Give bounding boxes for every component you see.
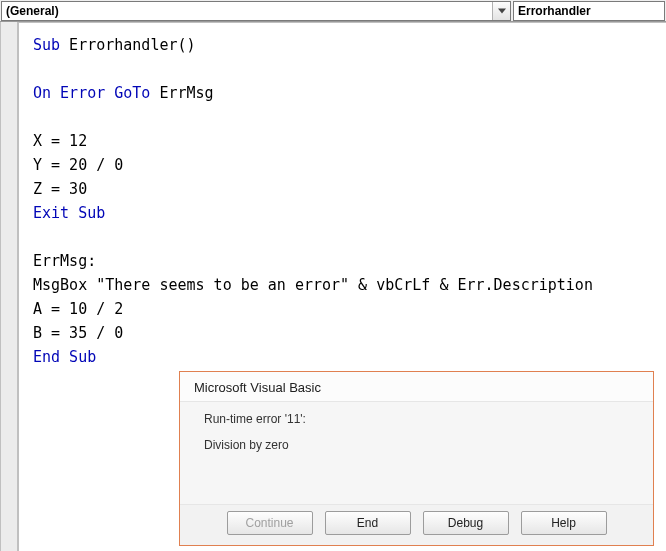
error-description-text: Division by zero [204,438,629,452]
procedure-selector-dropdown[interactable]: Errorhandler [513,1,665,21]
debug-button[interactable]: Debug [423,511,509,535]
error-code-text: Run-time error '11': [204,412,629,426]
chevron-down-icon [492,2,510,20]
dialog-body: Run-time error '11': Division by zero [180,402,653,504]
procedure-selector-value: Errorhandler [518,4,591,18]
editor-gutter [0,22,18,551]
object-selector-dropdown[interactable]: (General) [1,1,511,21]
dialog-button-row: Continue End Debug Help [180,504,653,545]
end-button[interactable]: End [325,511,411,535]
code-text[interactable]: Sub Errorhandler() On Error GoTo ErrMsg … [19,23,666,379]
help-button[interactable]: Help [521,511,607,535]
dialog-title: Microsoft Visual Basic [180,372,653,402]
continue-button[interactable]: Continue [227,511,313,535]
error-dialog: Microsoft Visual Basic Run-time error '1… [179,371,654,546]
dropdown-toolbar: (General) Errorhandler [0,0,666,22]
object-selector-value: (General) [6,4,59,18]
